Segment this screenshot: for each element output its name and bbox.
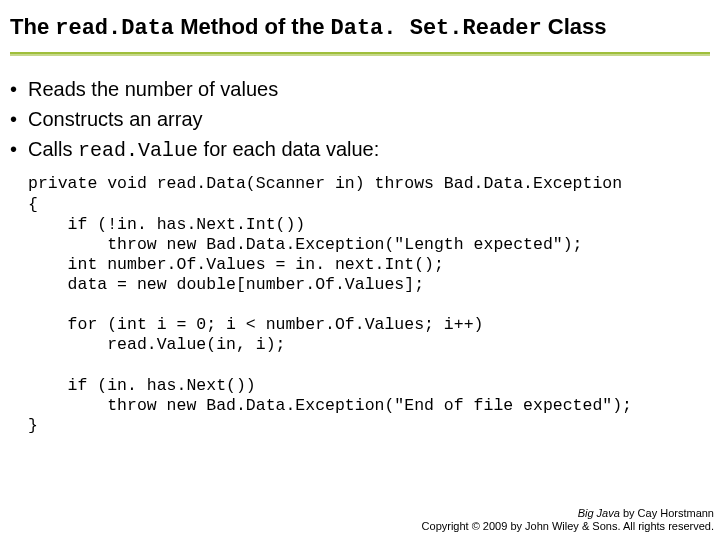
footer: Big Java by Cay Horstmann Copyright © 20… (422, 507, 714, 535)
bullet-text: Constructs an array (28, 104, 203, 134)
title-area: The read.Data Method of the Data. Set.Re… (0, 0, 720, 48)
footer-book: Big Java (578, 507, 620, 519)
bullet-text-code: read.Value (78, 139, 198, 162)
title-class: Data. Set.Reader (330, 16, 541, 41)
title-mid: Method of the (174, 14, 330, 39)
bullet-item: • Reads the number of values (10, 74, 710, 104)
bullet-icon: • (10, 134, 28, 164)
code-block: private void read.Data(Scanner in) throw… (28, 174, 700, 436)
bullet-item: • Constructs an array (10, 104, 710, 134)
title-divider (10, 52, 710, 56)
bullet-text: Calls read.Value for each data value: (28, 134, 379, 166)
bullet-text-pre: Calls (28, 138, 78, 160)
bullet-icon: • (10, 74, 28, 104)
footer-author: by Cay Horstmann (620, 507, 714, 519)
title-method: read.Data (55, 16, 174, 41)
title-pre: The (10, 14, 55, 39)
bullet-text-post: for each data value: (198, 138, 379, 160)
bullet-list: • Reads the number of values • Construct… (10, 74, 710, 166)
bullet-item: • Calls read.Value for each data value: (10, 134, 710, 166)
footer-line-1: Big Java by Cay Horstmann (422, 507, 714, 521)
title-post: Class (542, 14, 607, 39)
footer-copyright: Copyright © 2009 by John Wiley & Sons. A… (422, 520, 714, 534)
page-title: The read.Data Method of the Data. Set.Re… (10, 14, 710, 42)
bullet-text: Reads the number of values (28, 74, 278, 104)
bullet-icon: • (10, 104, 28, 134)
